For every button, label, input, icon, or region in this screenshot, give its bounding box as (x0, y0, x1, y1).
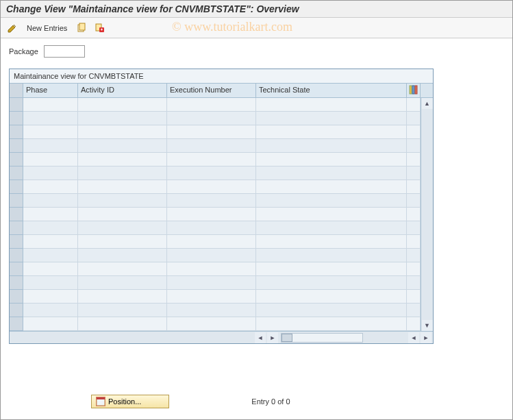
cell-execution-number[interactable] (167, 153, 256, 166)
cell-technical-state[interactable] (256, 194, 407, 208)
cell-technical-state[interactable] (256, 235, 407, 249)
cell-activity-id[interactable] (78, 317, 167, 331)
cell-phase[interactable] (23, 317, 78, 331)
row-selector[interactable] (10, 276, 23, 290)
scroll-up-button[interactable]: ▲ (422, 98, 433, 109)
column-header-execution-number[interactable]: Execution Number (167, 84, 256, 97)
cell-technical-state[interactable] (256, 276, 407, 290)
row-selector[interactable] (10, 139, 23, 153)
hscroll-thumb[interactable] (281, 334, 292, 342)
cell-execution-number[interactable] (167, 235, 256, 249)
cell-execution-number[interactable] (167, 317, 256, 331)
cell-phase[interactable] (23, 235, 78, 249)
position-button[interactable]: Position... (91, 395, 169, 408)
hscroll-left-end-button[interactable]: ◄ (408, 332, 419, 343)
table-row[interactable] (10, 249, 433, 262)
table-row[interactable] (10, 262, 433, 276)
cell-execution-number[interactable] (167, 249, 256, 262)
cell-activity-id[interactable] (78, 221, 167, 235)
cell-execution-number[interactable] (167, 221, 256, 235)
column-header-activity-id[interactable]: Activity ID (78, 84, 167, 97)
cell-activity-id[interactable] (78, 208, 167, 221)
cell-execution-number[interactable] (167, 194, 256, 208)
cell-execution-number[interactable] (167, 180, 256, 194)
column-header-selector[interactable] (10, 84, 23, 97)
cell-execution-number[interactable] (167, 208, 256, 221)
hscroll-track[interactable] (281, 333, 363, 343)
row-selector[interactable] (10, 208, 23, 221)
cell-activity-id[interactable] (78, 249, 167, 262)
scroll-down-button[interactable]: ▼ (422, 320, 433, 331)
cell-technical-state[interactable] (256, 221, 407, 235)
cell-activity-id[interactable] (78, 194, 167, 208)
cell-activity-id[interactable] (78, 180, 167, 194)
table-row[interactable] (10, 194, 433, 208)
row-selector[interactable] (10, 125, 23, 139)
edit-icon[interactable] (6, 22, 18, 34)
copy-icon[interactable] (75, 22, 88, 34)
cell-phase[interactable] (23, 249, 78, 262)
table-row[interactable] (10, 290, 433, 304)
row-selector[interactable] (10, 112, 23, 125)
column-config-button[interactable] (407, 84, 421, 97)
table-row[interactable] (10, 317, 433, 331)
cell-phase[interactable] (23, 153, 78, 166)
row-selector[interactable] (10, 317, 23, 331)
delete-icon[interactable] (93, 22, 105, 34)
cell-phase[interactable] (23, 194, 78, 208)
table-row[interactable] (10, 125, 433, 139)
cell-technical-state[interactable] (256, 98, 407, 112)
row-selector[interactable] (10, 194, 23, 208)
hscroll-right-end-button[interactable]: ► (421, 332, 431, 343)
cell-technical-state[interactable] (256, 290, 407, 304)
table-row[interactable] (10, 98, 433, 112)
cell-phase[interactable] (23, 125, 78, 139)
cell-activity-id[interactable] (78, 262, 167, 276)
table-row[interactable] (10, 153, 433, 166)
cell-technical-state[interactable] (256, 139, 407, 153)
cell-activity-id[interactable] (78, 290, 167, 304)
cell-technical-state[interactable] (256, 304, 407, 317)
row-selector[interactable] (10, 98, 23, 112)
table-row[interactable] (10, 180, 433, 194)
package-input[interactable] (44, 45, 85, 58)
cell-execution-number[interactable] (167, 166, 256, 180)
cell-technical-state[interactable] (256, 180, 407, 194)
cell-activity-id[interactable] (78, 304, 167, 317)
row-selector[interactable] (10, 290, 23, 304)
cell-execution-number[interactable] (167, 125, 256, 139)
row-selector[interactable] (10, 249, 23, 262)
cell-execution-number[interactable] (167, 276, 256, 290)
cell-phase[interactable] (23, 98, 78, 112)
cell-technical-state[interactable] (256, 262, 407, 276)
table-row[interactable] (10, 112, 433, 125)
cell-technical-state[interactable] (256, 112, 407, 125)
row-selector[interactable] (10, 166, 23, 180)
cell-activity-id[interactable] (78, 235, 167, 249)
cell-phase[interactable] (23, 112, 78, 125)
cell-phase[interactable] (23, 180, 78, 194)
table-row[interactable] (10, 166, 433, 180)
cell-technical-state[interactable] (256, 153, 407, 166)
cell-technical-state[interactable] (256, 208, 407, 221)
table-row[interactable] (10, 221, 433, 235)
row-selector[interactable] (10, 304, 23, 317)
cell-phase[interactable] (23, 290, 78, 304)
cell-activity-id[interactable] (78, 153, 167, 166)
cell-activity-id[interactable] (78, 125, 167, 139)
table-row[interactable] (10, 208, 433, 221)
hscroll-left-button[interactable]: ◄ (255, 332, 266, 343)
cell-execution-number[interactable] (167, 262, 256, 276)
cell-execution-number[interactable] (167, 290, 256, 304)
cell-phase[interactable] (23, 208, 78, 221)
cell-phase[interactable] (23, 304, 78, 317)
hscroll-right-button[interactable]: ► (267, 332, 278, 343)
cell-execution-number[interactable] (167, 98, 256, 112)
horizontal-scrollbar[interactable]: ◄ ► ◄ ► (10, 331, 433, 343)
column-header-phase[interactable]: Phase (23, 84, 78, 97)
cell-phase[interactable] (23, 276, 78, 290)
cell-activity-id[interactable] (78, 139, 167, 153)
row-selector[interactable] (10, 221, 23, 235)
cell-execution-number[interactable] (167, 112, 256, 125)
cell-activity-id[interactable] (78, 112, 167, 125)
